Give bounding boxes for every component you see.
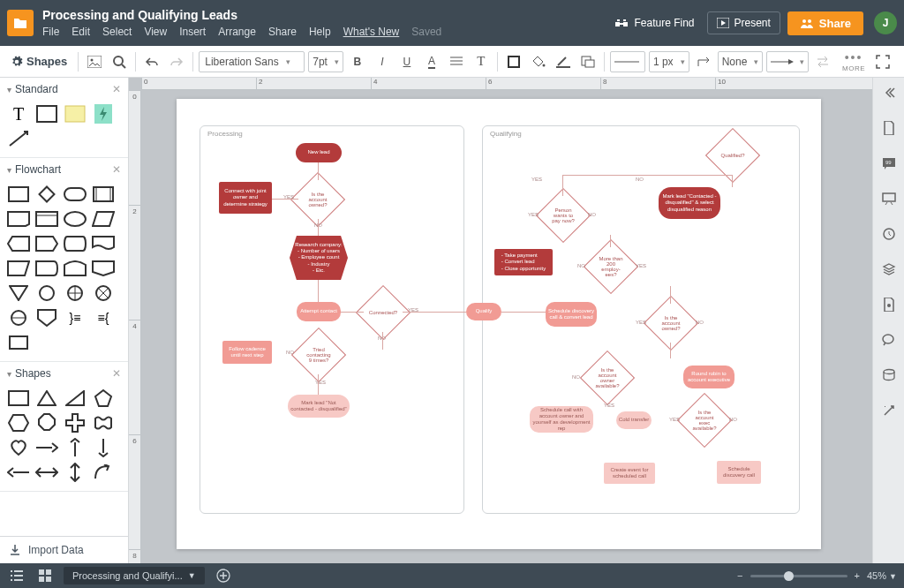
document-icon[interactable] [879,295,899,314]
menu-share[interactable]: Share [268,26,297,38]
page-icon[interactable] [879,118,899,138]
menu-insert[interactable]: Insert [179,26,206,38]
svg-point-2 [808,19,811,23]
menu-bar: File Edit Select View Insert Arrange Sha… [42,26,609,38]
data-icon[interactable] [879,366,899,385]
stroke-width-select[interactable]: 1 px [649,51,689,72]
node-connect-owner[interactable]: Connect with joint owner and determine s… [219,182,272,214]
node-follow-cadence[interactable]: Follow cadence until next step [222,341,272,364]
close-icon[interactable]: ✕ [112,367,121,380]
present-button[interactable]: Present [707,11,780,34]
shapes-button[interactable]: Shapes [26,55,67,68]
present-icon[interactable] [879,189,899,208]
node-exec-available[interactable]: Is the account exec available? [685,401,724,440]
undo-button[interactable] [141,51,162,72]
fullscreen-button[interactable] [872,51,893,72]
share-button[interactable]: Share [787,11,863,35]
node-pay-now[interactable]: Person wants to pay now? [544,196,583,235]
arrow-start-select[interactable]: None [718,51,764,72]
document-title[interactable]: Processing and Qualifying Leads [42,8,609,22]
menu-whats-new[interactable]: What's New [343,26,400,38]
line-color-button[interactable] [553,51,574,72]
zoom-level[interactable]: 45% ▼ [867,570,897,581]
list-view-icon[interactable] [7,566,26,585]
italic-button[interactable]: I [372,51,393,72]
close-icon[interactable]: ✕ [112,163,121,176]
node-qualified[interactable]: Qualified? [713,136,752,175]
menu-help[interactable]: Help [309,26,331,38]
font-select[interactable]: Liberation Sans [199,51,305,72]
line-shape[interactable] [5,127,32,150]
comment-icon[interactable]: 99 [879,154,899,173]
bolt-shape[interactable] [90,102,117,125]
swap-arrows-button[interactable] [812,51,833,72]
folder-icon[interactable] [7,10,34,36]
align-button[interactable] [446,51,467,72]
more-button[interactable]: ••• MORE [842,50,865,72]
grid-view-icon[interactable] [35,566,55,585]
node-research[interactable]: Research company: - Number of users - Em… [290,236,348,280]
node-qualify[interactable]: Qualify [466,303,501,320]
node-account-owned-2[interactable]: Is the account owned? [652,304,690,343]
text-color-button[interactable]: A [421,51,442,72]
menu-view[interactable]: View [144,26,167,38]
bold-button[interactable]: B [347,51,368,72]
section-shapes[interactable]: ▾Shapes ✕ [0,362,128,385]
zoom-slider[interactable] [750,575,848,577]
menu-select[interactable]: Select [102,26,132,38]
line-type-button[interactable] [693,51,714,72]
menu-arrange[interactable]: Arrange [218,26,256,38]
node-connected[interactable]: Connected? [364,293,403,332]
chat-icon[interactable] [879,330,899,350]
user-avatar[interactable]: J [874,11,897,34]
svg-rect-11 [585,60,594,67]
menu-file[interactable]: File [42,26,59,38]
node-take-payment[interactable]: - Take payment - Convert lead - Close op… [494,249,553,275]
page-tab[interactable]: Processing and Qualifyi...▼ [64,567,205,584]
node-over-200[interactable]: More than 200 employ-ees? [591,247,630,286]
node-schedule-convert[interactable]: Schedule discovery call & convert lead [546,302,597,327]
page[interactable]: Processing Qualifying New lead Is the ac… [177,99,821,549]
history-icon[interactable] [879,224,899,244]
text-tool-button[interactable]: T [471,51,492,72]
shape-style-button[interactable] [577,51,599,72]
node-attempt-contact[interactable]: Attempt contact [297,302,341,321]
menu-edit[interactable]: Edit [72,26,90,38]
zoom-in-button[interactable]: + [855,570,860,581]
section-standard[interactable]: ▾Standard ✕ [0,78,128,101]
node-contacted-disq[interactable]: Mark lead "Contacted - disqualified" & s… [659,187,720,219]
node-new-lead[interactable]: New lead [296,143,342,162]
collapse-rail-button[interactable] [879,83,899,102]
node-account-owned[interactable]: Is the account owned? [298,180,337,219]
node-owner-available[interactable]: Is the account owner available? [588,358,627,397]
paint-bucket-icon[interactable] [528,51,549,72]
layers-icon[interactable] [879,260,899,279]
rect-shape[interactable] [34,102,60,125]
node-tried-9[interactable]: Tried contacting 9 times? [299,335,338,374]
section-flowchart[interactable]: ▾Flowchart ✕ [0,158,128,181]
line-style-select[interactable] [610,51,645,72]
node-cold-transfer[interactable]: Cold transfer [616,411,652,429]
magic-icon[interactable] [879,401,899,420]
font-size-select[interactable]: 7pt [308,51,343,72]
node-schedule-discovery[interactable]: Schedule discovery call [717,461,761,484]
node-not-contacted[interactable]: Mark lead "Not contacted - disqualified" [288,395,350,418]
canvas[interactable]: 0246810 02468 Processing Qualifying New … [129,78,872,563]
text-shape[interactable]: T [5,102,32,125]
fill-button[interactable] [503,51,524,72]
add-page-button[interactable] [214,566,233,585]
underline-button[interactable]: U [396,51,418,72]
play-icon [717,18,729,28]
node-schedule-owner[interactable]: Schedule call with account owner and you… [530,406,593,433]
import-data-button[interactable]: Import Data [0,536,128,563]
search-icon[interactable] [109,51,130,72]
note-shape[interactable] [62,102,88,125]
redo-button[interactable] [166,51,187,72]
feature-find-button[interactable]: Feature Find [609,13,699,33]
image-icon[interactable] [84,51,105,72]
node-create-event[interactable]: Create event for scheduled call [604,463,655,484]
close-icon[interactable]: ✕ [112,83,121,95]
zoom-out-button[interactable]: − [737,570,742,581]
node-round-robin[interactable]: Round robin to account executive [683,366,734,388]
arrow-end-select[interactable]: ▾ [766,51,809,72]
